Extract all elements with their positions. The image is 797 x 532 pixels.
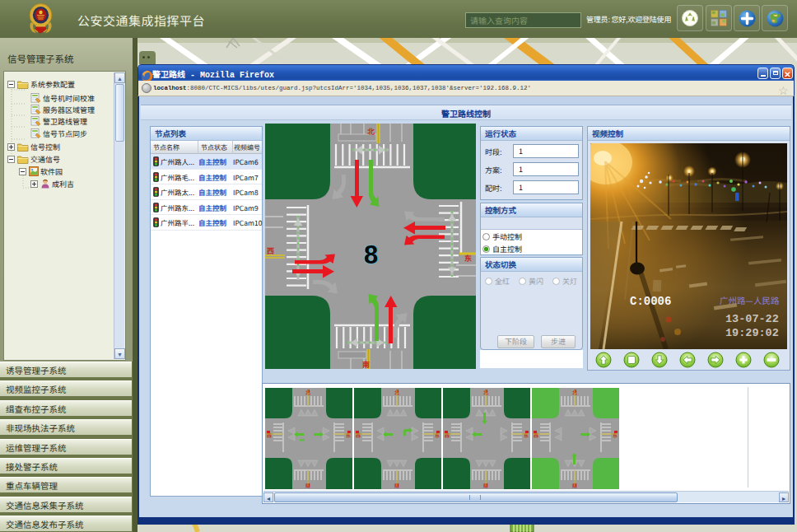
svg-text:8: 8 [364, 240, 378, 269]
svg-text:北: 北 [367, 126, 375, 137]
svg-text:19:29:02: 19:29:02 [725, 327, 779, 339]
svg-text:13-07-22: 13-07-22 [725, 313, 779, 325]
svg-text:C:0006: C:0006 [630, 295, 671, 308]
svg-text:广州路—人民路: 广州路—人民路 [720, 294, 780, 306]
svg-text:西: 西 [267, 245, 274, 256]
svg-text:南: 南 [362, 359, 370, 369]
svg-text:东: 东 [464, 253, 472, 264]
